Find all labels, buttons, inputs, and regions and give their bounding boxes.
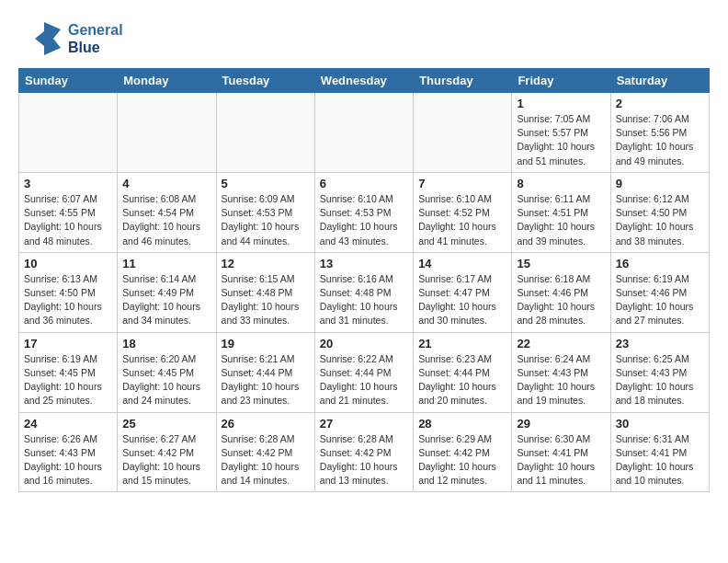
day-info: Sunrise: 6:10 AM Sunset: 4:53 PM Dayligh… <box>320 192 408 248</box>
day-number: 21 <box>418 337 506 350</box>
calendar-header: SundayMondayTuesdayWednesdayThursdayFrid… <box>19 69 710 93</box>
weekday-header-wednesday: Wednesday <box>314 69 413 93</box>
day-info: Sunrise: 6:18 AM Sunset: 4:46 PM Dayligh… <box>517 272 605 328</box>
day-number: 22 <box>517 337 605 350</box>
logo-text-block: GeneralBlue <box>68 21 123 56</box>
day-info: Sunrise: 6:24 AM Sunset: 4:43 PM Dayligh… <box>517 352 605 408</box>
calendar-cell: 6Sunrise: 6:10 AM Sunset: 4:53 PM Daylig… <box>314 172 413 252</box>
day-info: Sunrise: 6:07 AM Sunset: 4:55 PM Dayligh… <box>24 192 112 248</box>
day-number: 28 <box>418 417 506 431</box>
calendar-cell: 28Sunrise: 6:29 AM Sunset: 4:42 PM Dayli… <box>414 412 512 492</box>
day-number: 23 <box>616 337 704 350</box>
day-number: 1 <box>517 97 605 110</box>
calendar-week-3: 10Sunrise: 6:13 AM Sunset: 4:50 PM Dayli… <box>19 252 710 332</box>
calendar-cell <box>216 93 314 173</box>
weekday-header-saturday: Saturday <box>610 69 709 93</box>
day-number: 26 <box>222 417 310 431</box>
day-info: Sunrise: 6:28 AM Sunset: 4:42 PM Dayligh… <box>222 432 310 488</box>
calendar-cell: 3Sunrise: 6:07 AM Sunset: 4:55 PM Daylig… <box>19 172 118 252</box>
day-info: Sunrise: 6:22 AM Sunset: 4:44 PM Dayligh… <box>320 352 408 408</box>
calendar-table: SundayMondayTuesdayWednesdayThursdayFrid… <box>18 68 710 492</box>
day-number: 11 <box>122 257 210 270</box>
day-info: Sunrise: 6:08 AM Sunset: 4:54 PM Dayligh… <box>122 192 210 248</box>
calendar-week-1: 1Sunrise: 7:05 AM Sunset: 5:57 PM Daylig… <box>19 93 710 173</box>
weekday-header-friday: Friday <box>512 69 610 93</box>
day-number: 2 <box>616 97 704 110</box>
day-number: 19 <box>222 337 310 350</box>
day-number: 7 <box>418 177 506 190</box>
calendar-cell: 20Sunrise: 6:22 AM Sunset: 4:44 PM Dayli… <box>314 332 413 412</box>
day-info: Sunrise: 6:11 AM Sunset: 4:51 PM Dayligh… <box>517 192 605 248</box>
calendar-cell: 22Sunrise: 6:24 AM Sunset: 4:43 PM Dayli… <box>512 332 610 412</box>
weekday-header-monday: Monday <box>118 69 216 93</box>
day-number: 12 <box>222 257 310 270</box>
day-info: Sunrise: 6:19 AM Sunset: 4:45 PM Dayligh… <box>24 352 112 408</box>
calendar-cell: 29Sunrise: 6:30 AM Sunset: 4:41 PM Dayli… <box>512 412 610 492</box>
calendar-cell: 11Sunrise: 6:14 AM Sunset: 4:49 PM Dayli… <box>118 252 216 332</box>
day-number: 18 <box>122 337 210 350</box>
day-info: Sunrise: 6:30 AM Sunset: 4:41 PM Dayligh… <box>517 432 605 488</box>
calendar-cell: 21Sunrise: 6:23 AM Sunset: 4:44 PM Dayli… <box>414 332 512 412</box>
day-info: Sunrise: 6:21 AM Sunset: 4:44 PM Dayligh… <box>222 352 310 408</box>
day-info: Sunrise: 6:25 AM Sunset: 4:43 PM Dayligh… <box>616 352 704 408</box>
day-info: Sunrise: 6:31 AM Sunset: 4:41 PM Dayligh… <box>616 432 704 488</box>
day-number: 16 <box>616 257 704 270</box>
day-number: 25 <box>122 417 210 431</box>
calendar-body: 1Sunrise: 7:05 AM Sunset: 5:57 PM Daylig… <box>19 93 710 492</box>
calendar-cell: 7Sunrise: 6:10 AM Sunset: 4:52 PM Daylig… <box>414 172 512 252</box>
day-info: Sunrise: 6:26 AM Sunset: 4:43 PM Dayligh… <box>24 432 112 488</box>
calendar-week-2: 3Sunrise: 6:07 AM Sunset: 4:55 PM Daylig… <box>19 172 710 252</box>
day-number: 9 <box>616 177 704 190</box>
day-number: 15 <box>517 257 605 270</box>
calendar-cell: 18Sunrise: 6:20 AM Sunset: 4:45 PM Dayli… <box>118 332 216 412</box>
calendar-cell: 30Sunrise: 6:31 AM Sunset: 4:41 PM Dayli… <box>610 412 709 492</box>
calendar-cell: 16Sunrise: 6:19 AM Sunset: 4:46 PM Dayli… <box>610 252 709 332</box>
calendar-cell: 10Sunrise: 6:13 AM Sunset: 4:50 PM Dayli… <box>19 252 118 332</box>
day-number: 30 <box>616 417 704 431</box>
day-info: Sunrise: 7:06 AM Sunset: 5:56 PM Dayligh… <box>616 112 704 168</box>
calendar-cell: 14Sunrise: 6:17 AM Sunset: 4:47 PM Dayli… <box>414 252 512 332</box>
logo: GeneralBlue <box>18 18 123 59</box>
day-info: Sunrise: 6:12 AM Sunset: 4:50 PM Dayligh… <box>616 192 704 248</box>
day-number: 14 <box>418 257 506 270</box>
calendar-cell: 2Sunrise: 7:06 AM Sunset: 5:56 PM Daylig… <box>610 93 709 173</box>
calendar-week-5: 24Sunrise: 6:26 AM Sunset: 4:43 PM Dayli… <box>19 412 710 492</box>
calendar-cell: 27Sunrise: 6:28 AM Sunset: 4:42 PM Dayli… <box>314 412 413 492</box>
day-info: Sunrise: 6:09 AM Sunset: 4:53 PM Dayligh… <box>222 192 310 248</box>
logo-general: General <box>68 21 123 39</box>
day-info: Sunrise: 6:23 AM Sunset: 4:44 PM Dayligh… <box>418 352 506 408</box>
day-info: Sunrise: 6:19 AM Sunset: 4:46 PM Dayligh… <box>616 272 704 328</box>
day-number: 13 <box>320 257 408 270</box>
header: GeneralBlue <box>18 18 710 59</box>
day-info: Sunrise: 6:14 AM Sunset: 4:49 PM Dayligh… <box>122 272 210 328</box>
day-number: 4 <box>122 177 210 190</box>
calendar-cell: 23Sunrise: 6:25 AM Sunset: 4:43 PM Dayli… <box>610 332 709 412</box>
day-number: 5 <box>222 177 310 190</box>
logo-wrapper: GeneralBlue <box>18 18 123 59</box>
calendar-cell: 13Sunrise: 6:16 AM Sunset: 4:48 PM Dayli… <box>314 252 413 332</box>
calendar-cell: 15Sunrise: 6:18 AM Sunset: 4:46 PM Dayli… <box>512 252 610 332</box>
weekday-header-sunday: Sunday <box>19 69 118 93</box>
calendar-cell: 25Sunrise: 6:27 AM Sunset: 4:42 PM Dayli… <box>118 412 216 492</box>
calendar-cell: 19Sunrise: 6:21 AM Sunset: 4:44 PM Dayli… <box>216 332 314 412</box>
calendar-week-4: 17Sunrise: 6:19 AM Sunset: 4:45 PM Dayli… <box>19 332 710 412</box>
day-info: Sunrise: 6:20 AM Sunset: 4:45 PM Dayligh… <box>122 352 210 408</box>
calendar-cell <box>414 93 512 173</box>
page-container: GeneralBlue SundayMondayTuesdayWednesday… <box>0 0 728 501</box>
day-info: Sunrise: 6:17 AM Sunset: 4:47 PM Dayligh… <box>418 272 506 328</box>
day-info: Sunrise: 7:05 AM Sunset: 5:57 PM Dayligh… <box>517 112 605 168</box>
day-info: Sunrise: 6:16 AM Sunset: 4:48 PM Dayligh… <box>320 272 408 328</box>
calendar-cell: 4Sunrise: 6:08 AM Sunset: 4:54 PM Daylig… <box>118 172 216 252</box>
day-info: Sunrise: 6:10 AM Sunset: 4:52 PM Dayligh… <box>418 192 506 248</box>
calendar-cell: 5Sunrise: 6:09 AM Sunset: 4:53 PM Daylig… <box>216 172 314 252</box>
logo-icon <box>18 18 64 59</box>
day-number: 20 <box>320 337 408 350</box>
day-info: Sunrise: 6:13 AM Sunset: 4:50 PM Dayligh… <box>24 272 112 328</box>
day-number: 17 <box>24 337 112 350</box>
calendar-cell <box>314 93 413 173</box>
day-number: 8 <box>517 177 605 190</box>
weekday-header-tuesday: Tuesday <box>216 69 314 93</box>
weekday-header-thursday: Thursday <box>414 69 512 93</box>
day-number: 3 <box>24 177 112 190</box>
day-number: 10 <box>24 257 112 270</box>
